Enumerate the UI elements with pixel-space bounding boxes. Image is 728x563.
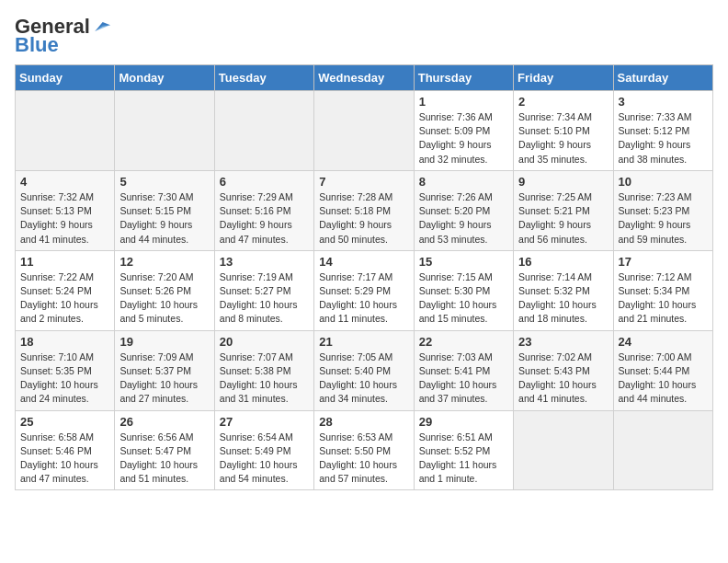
day-number: 22: [419, 335, 508, 349]
calendar-week-row: 1Sunrise: 7:36 AM Sunset: 5:09 PM Daylig…: [16, 91, 713, 171]
calendar-day-cell: [314, 91, 414, 171]
day-number: 8: [419, 175, 508, 189]
calendar-week-row: 18Sunrise: 7:10 AM Sunset: 5:35 PM Dayli…: [16, 330, 713, 410]
calendar-day-cell: 1Sunrise: 7:36 AM Sunset: 5:09 PM Daylig…: [414, 91, 513, 171]
calendar-day-cell: 17Sunrise: 7:12 AM Sunset: 5:34 PM Dayli…: [613, 250, 712, 330]
calendar-day-cell: 22Sunrise: 7:03 AM Sunset: 5:41 PM Dayli…: [414, 330, 513, 410]
day-number: 23: [518, 335, 608, 349]
day-number: 28: [319, 415, 408, 429]
day-number: 21: [319, 335, 408, 349]
day-info: Sunrise: 7:14 AM Sunset: 5:32 PM Dayligh…: [518, 270, 608, 327]
day-number: 12: [119, 255, 209, 269]
day-info: Sunrise: 6:56 AM Sunset: 5:47 PM Dayligh…: [119, 431, 209, 487]
day-info: Sunrise: 7:36 AM Sunset: 5:09 PM Dayligh…: [419, 110, 508, 167]
day-info: Sunrise: 7:30 AM Sunset: 5:15 PM Dayligh…: [119, 190, 209, 247]
day-info: Sunrise: 7:23 AM Sunset: 5:23 PM Dayligh…: [619, 190, 708, 247]
day-info: Sunrise: 7:22 AM Sunset: 5:24 PM Dayligh…: [20, 270, 109, 327]
calendar-header: SundayMondayTuesdayWednesdayThursdayFrid…: [16, 65, 713, 91]
day-info: Sunrise: 6:53 AM Sunset: 5:50 PM Dayligh…: [319, 431, 408, 487]
calendar-day-cell: [115, 91, 214, 171]
day-info: Sunrise: 6:51 AM Sunset: 5:52 PM Dayligh…: [419, 431, 508, 487]
day-info: Sunrise: 7:09 AM Sunset: 5:37 PM Dayligh…: [119, 350, 209, 407]
day-number: 1: [419, 95, 508, 109]
day-number: 16: [518, 255, 608, 269]
calendar-day-cell: 27Sunrise: 6:54 AM Sunset: 5:49 PM Dayli…: [214, 410, 313, 490]
day-info: Sunrise: 6:54 AM Sunset: 5:49 PM Dayligh…: [220, 431, 309, 487]
calendar-day-cell: 23Sunrise: 7:02 AM Sunset: 5:43 PM Dayli…: [514, 330, 613, 410]
day-info: Sunrise: 7:32 AM Sunset: 5:13 PM Dayligh…: [20, 190, 109, 247]
svg-marker-1: [95, 25, 110, 31]
calendar-day-cell: 21Sunrise: 7:05 AM Sunset: 5:40 PM Dayli…: [314, 330, 414, 410]
weekday-header: Monday: [115, 65, 214, 91]
calendar-day-cell: 8Sunrise: 7:26 AM Sunset: 5:20 PM Daylig…: [414, 170, 513, 250]
day-info: Sunrise: 7:33 AM Sunset: 5:12 PM Dayligh…: [619, 110, 708, 167]
day-info: Sunrise: 7:26 AM Sunset: 5:20 PM Dayligh…: [419, 190, 508, 247]
calendar-day-cell: 24Sunrise: 7:00 AM Sunset: 5:44 PM Dayli…: [613, 330, 712, 410]
day-info: Sunrise: 7:20 AM Sunset: 5:26 PM Dayligh…: [119, 270, 209, 327]
weekday-header: Sunday: [16, 65, 115, 91]
day-number: 19: [119, 335, 209, 349]
day-number: 6: [220, 175, 309, 189]
day-info: Sunrise: 7:10 AM Sunset: 5:35 PM Dayligh…: [20, 350, 109, 407]
day-number: 27: [220, 415, 309, 429]
calendar-day-cell: [613, 410, 712, 490]
day-info: Sunrise: 7:07 AM Sunset: 5:38 PM Dayligh…: [220, 350, 309, 407]
calendar-day-cell: 20Sunrise: 7:07 AM Sunset: 5:38 PM Dayli…: [214, 330, 313, 410]
calendar-day-cell: 18Sunrise: 7:10 AM Sunset: 5:35 PM Dayli…: [16, 330, 115, 410]
day-number: 4: [20, 175, 109, 189]
calendar-day-cell: 9Sunrise: 7:25 AM Sunset: 5:21 PM Daylig…: [514, 170, 613, 250]
day-number: 5: [119, 175, 209, 189]
calendar-day-cell: [514, 410, 613, 490]
day-info: Sunrise: 7:12 AM Sunset: 5:34 PM Dayligh…: [619, 270, 708, 327]
calendar-day-cell: 14Sunrise: 7:17 AM Sunset: 5:29 PM Dayli…: [314, 250, 414, 330]
day-number: 24: [619, 335, 708, 349]
day-number: 2: [518, 95, 608, 109]
day-number: 13: [220, 255, 309, 269]
day-number: 26: [119, 415, 209, 429]
day-info: Sunrise: 7:19 AM Sunset: 5:27 PM Dayligh…: [220, 270, 309, 327]
day-info: Sunrise: 7:03 AM Sunset: 5:41 PM Dayligh…: [419, 350, 508, 407]
weekday-header: Tuesday: [214, 65, 313, 91]
day-number: 14: [319, 255, 408, 269]
weekday-header: Saturday: [613, 65, 712, 91]
day-number: 3: [619, 95, 708, 109]
day-info: Sunrise: 7:02 AM Sunset: 5:43 PM Dayligh…: [518, 350, 608, 407]
calendar-day-cell: 13Sunrise: 7:19 AM Sunset: 5:27 PM Dayli…: [214, 250, 313, 330]
day-number: 11: [20, 255, 109, 269]
calendar-day-cell: 3Sunrise: 7:33 AM Sunset: 5:12 PM Daylig…: [613, 91, 712, 171]
day-number: 18: [20, 335, 109, 349]
logo-bird-icon: [92, 20, 110, 33]
calendar-day-cell: 2Sunrise: 7:34 AM Sunset: 5:10 PM Daylig…: [514, 91, 613, 171]
calendar-day-cell: 11Sunrise: 7:22 AM Sunset: 5:24 PM Dayli…: [16, 250, 115, 330]
calendar-day-cell: 4Sunrise: 7:32 AM Sunset: 5:13 PM Daylig…: [16, 170, 115, 250]
day-number: 29: [419, 415, 508, 429]
logo-blue: Blue: [15, 33, 59, 57]
calendar-day-cell: 6Sunrise: 7:29 AM Sunset: 5:16 PM Daylig…: [214, 170, 313, 250]
day-number: 9: [518, 175, 608, 189]
calendar-day-cell: 25Sunrise: 6:58 AM Sunset: 5:46 PM Dayli…: [16, 410, 115, 490]
calendar-day-cell: [16, 91, 115, 171]
day-info: Sunrise: 6:58 AM Sunset: 5:46 PM Dayligh…: [20, 431, 109, 487]
weekday-header: Wednesday: [314, 65, 414, 91]
calendar-day-cell: 26Sunrise: 6:56 AM Sunset: 5:47 PM Dayli…: [115, 410, 214, 490]
weekday-header: Thursday: [414, 65, 513, 91]
day-info: Sunrise: 7:28 AM Sunset: 5:18 PM Dayligh…: [319, 190, 408, 247]
day-number: 17: [619, 255, 708, 269]
day-number: 10: [619, 175, 708, 189]
calendar-week-row: 11Sunrise: 7:22 AM Sunset: 5:24 PM Dayli…: [16, 250, 713, 330]
calendar-day-cell: 19Sunrise: 7:09 AM Sunset: 5:37 PM Dayli…: [115, 330, 214, 410]
calendar-body: 1Sunrise: 7:36 AM Sunset: 5:09 PM Daylig…: [16, 91, 713, 490]
day-info: Sunrise: 7:05 AM Sunset: 5:40 PM Dayligh…: [319, 350, 408, 407]
calendar-day-cell: 12Sunrise: 7:20 AM Sunset: 5:26 PM Dayli…: [115, 250, 214, 330]
logo: General Blue: [15, 15, 110, 57]
weekday-header: Friday: [514, 65, 613, 91]
day-info: Sunrise: 7:00 AM Sunset: 5:44 PM Dayligh…: [619, 350, 708, 407]
calendar-day-cell: [214, 91, 313, 171]
day-number: 7: [319, 175, 408, 189]
day-number: 25: [20, 415, 109, 429]
day-info: Sunrise: 7:15 AM Sunset: 5:30 PM Dayligh…: [419, 270, 508, 327]
day-info: Sunrise: 7:29 AM Sunset: 5:16 PM Dayligh…: [220, 190, 309, 247]
calendar-day-cell: 10Sunrise: 7:23 AM Sunset: 5:23 PM Dayli…: [613, 170, 712, 250]
day-info: Sunrise: 7:25 AM Sunset: 5:21 PM Dayligh…: [518, 190, 608, 247]
day-info: Sunrise: 7:34 AM Sunset: 5:10 PM Dayligh…: [518, 110, 608, 167]
